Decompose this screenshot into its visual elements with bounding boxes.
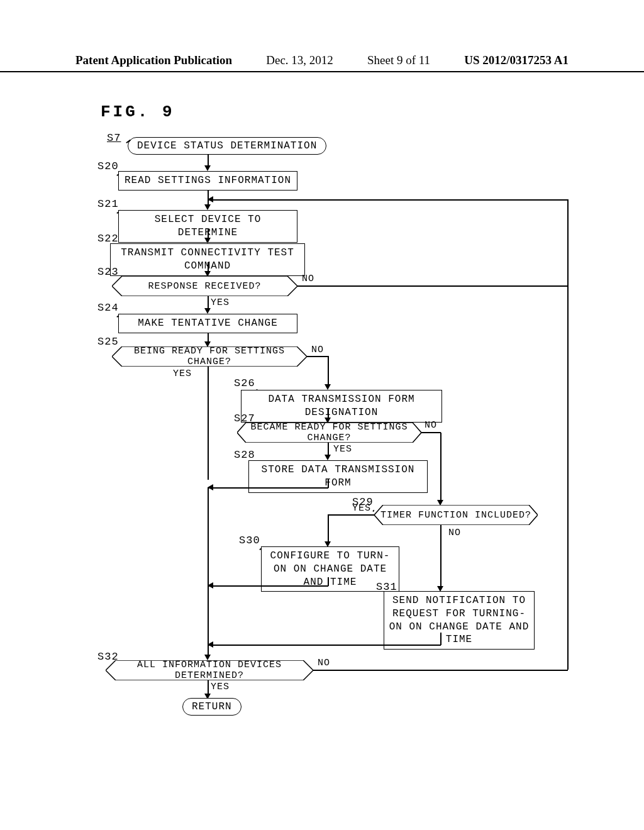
branch-s29-no: NO (448, 528, 461, 538)
step-label-s21: S21 (97, 198, 119, 210)
publication-label: Patent Application Publication (75, 53, 232, 67)
node-return: RETURN (182, 698, 242, 716)
step-label-s30: S30 (239, 534, 260, 546)
node-s25: BEING READY FOR SETTINGS CHANGE? (112, 346, 307, 367)
node-s27: BECAME READY FOR SETTINGS CHANGE? (237, 423, 421, 443)
figure-label: FIG. 9 (101, 102, 175, 121)
node-s24: MAKE TENTATIVE CHANGE (118, 314, 297, 333)
step-label-s24: S24 (97, 302, 119, 314)
branch-s27-no: NO (425, 420, 437, 431)
sheet-number: Sheet 9 of 11 (367, 53, 430, 67)
step-label-s28: S28 (234, 449, 255, 461)
page-header: Patent Application Publication Dec. 13, … (0, 53, 644, 72)
node-s7: DEVICE STATUS DETERMINATION (128, 137, 326, 155)
publication-number: US 2012/0317253 A1 (464, 53, 569, 67)
branch-s25-no: NO (311, 345, 324, 355)
branch-s23-no: NO (302, 274, 314, 284)
node-s32: ALL INFORMATION DEVICES DETERMINED? (106, 660, 313, 680)
step-label-s20: S20 (97, 160, 119, 172)
branch-s23-yes: YES (211, 297, 230, 308)
branch-s32-no: NO (318, 658, 330, 668)
branch-s25-yes: YES (173, 368, 192, 379)
branch-s29-yes: YES (352, 503, 371, 514)
branch-s27-yes: YES (333, 444, 352, 455)
node-s29: TIMER FUNCTION INCLUDED? (374, 505, 538, 525)
node-s26: DATA TRANSMISSION FORM DESIGNATION (241, 390, 442, 423)
step-label-s7: S7 (107, 132, 121, 144)
publication-date: Dec. 13, 2012 (266, 53, 333, 67)
branch-s32-yes: YES (211, 682, 230, 692)
node-s20: READ SETTINGS INFORMATION (118, 171, 297, 191)
step-label-s26: S26 (234, 377, 255, 389)
node-s31: SEND NOTIFICATION TO REQUEST FOR TURNING… (384, 591, 535, 650)
node-s23: RESPONSE RECEIVED? (112, 276, 297, 296)
